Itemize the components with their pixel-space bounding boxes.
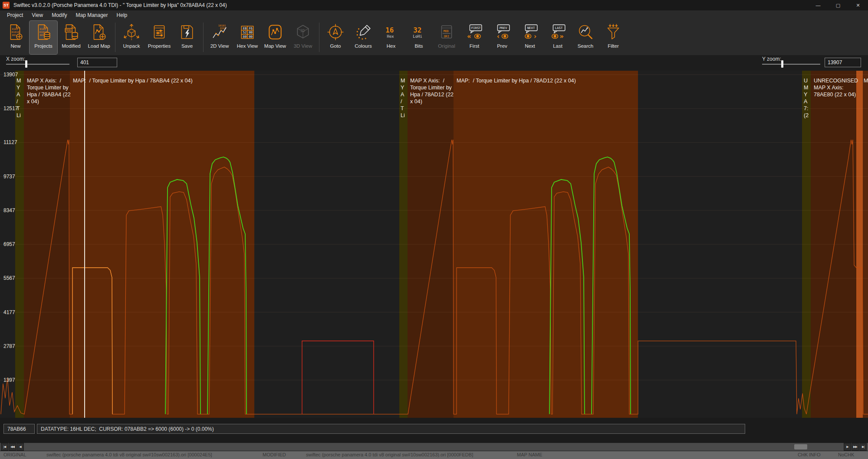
svg-text:0101: 0101 xyxy=(12,28,18,30)
svg-text:»: » xyxy=(559,32,564,40)
scrollbar-track[interactable] xyxy=(0,443,868,451)
toolbar-button-2d-view[interactable]: 1010101012D View xyxy=(206,21,233,54)
x-zoom-slider[interactable] xyxy=(6,64,69,65)
map-label-4: MAP X Axis: / Torque Limiter by Hpa / 78… xyxy=(410,77,454,105)
toolbar-label-load-map: Load Map xyxy=(88,43,110,49)
toolbar-button-load-map[interactable]: Load Map xyxy=(85,21,113,54)
toolbar-button-last[interactable]: LAST»Last xyxy=(544,21,572,54)
doc-chart-plus-icon xyxy=(90,22,108,42)
toolbar-button-first[interactable]: FIRST«First xyxy=(460,21,488,54)
toolbar-label-first: First xyxy=(470,43,479,49)
maximize-button[interactable]: ▢ xyxy=(828,0,848,10)
scroll-left-button-2[interactable]: ◀ xyxy=(16,443,24,451)
toolbar-button-bits[interactable]: 32LoHiBits xyxy=(405,21,433,54)
minimize-button[interactable]: — xyxy=(808,0,828,10)
toolbar-button-hex[interactable]: 16HexHex xyxy=(377,21,405,54)
svg-text:FIRST: FIRST xyxy=(471,26,481,30)
svg-text:MOD: MOD xyxy=(444,30,449,33)
map-2d-chart[interactable]: 1390712517111279737834769575567417727871… xyxy=(0,71,868,418)
address-box[interactable]: 78AB66 xyxy=(3,424,35,434)
scroll-right-button-2[interactable]: ▶| xyxy=(859,443,867,451)
close-button[interactable]: ✕ xyxy=(848,0,868,10)
filter-funnel-icon xyxy=(604,22,622,42)
x-zoom-slider-thumb[interactable] xyxy=(25,60,27,68)
series-modified-78ABA4-hump2 xyxy=(207,157,247,414)
toolbar-button-map-view[interactable]: Map View xyxy=(261,21,289,54)
scroll-left-button-1[interactable]: ◀◀ xyxy=(9,443,16,451)
menu-item-modify[interactable]: Modify xyxy=(47,11,71,20)
menu-item-map-manager[interactable]: Map Manager xyxy=(72,11,112,20)
toolbar-button-hex-view[interactable]: EBF652008000Hex View xyxy=(233,21,261,54)
toolbar-label-new: New xyxy=(10,43,20,49)
svg-text:01010: 01010 xyxy=(12,31,20,33)
y-zoom-slider-thumb[interactable] xyxy=(781,60,783,68)
title-bar: ST Swiftec v3.0.2.0 (Porsche Panamera 4.… xyxy=(0,0,868,10)
svg-text:›: › xyxy=(533,32,537,40)
svg-text:0101: 0101 xyxy=(40,28,46,30)
toolbar-button-properties[interactable]: Properties xyxy=(145,21,173,54)
series-cursor-map-plateau-highlight xyxy=(72,268,112,414)
toolbar-button-save[interactable]: Save xyxy=(173,21,201,54)
svg-text:52: 52 xyxy=(243,30,247,34)
toolbar-button-prev[interactable]: PREV‹Prev xyxy=(488,21,516,54)
toolbar-label-unpack: Unpack xyxy=(123,43,140,49)
y-zoom-label: Y zoom: xyxy=(762,56,781,62)
horizontal-scrollbar[interactable]: |◀◀◀◀▶▶▶▶| xyxy=(0,443,868,451)
x-zoom-input[interactable] xyxy=(77,58,117,67)
menu-item-project[interactable]: Project xyxy=(3,11,27,20)
app-icon: ST xyxy=(3,2,10,9)
scroll-left-button-0[interactable]: |◀ xyxy=(1,443,8,451)
scroll-right-button-0[interactable]: ▶ xyxy=(844,443,851,451)
toolbar-label-goto: Goto xyxy=(330,43,341,49)
text-32lohi-icon: 32LoHi xyxy=(410,22,428,42)
scroll-right-button-1[interactable]: ▶▶ xyxy=(852,443,859,451)
y-zoom-slider[interactable] xyxy=(762,64,820,65)
goto-target-icon xyxy=(326,22,345,42)
doc-plus-icon: 010101010001 xyxy=(7,22,25,42)
map-frame-icon xyxy=(266,22,284,42)
svg-text:ORI: ORI xyxy=(444,35,449,38)
curves-svg xyxy=(0,71,868,418)
original-file: swiftec (porsche panamera 4.0 tdi v8 ori… xyxy=(46,452,212,457)
toolbar-button-unpack[interactable]: Unpack xyxy=(118,21,145,54)
toolbar-button-filter[interactable]: Filter xyxy=(599,21,627,54)
y-zoom-input[interactable] xyxy=(825,58,861,67)
series-selection-rectangle xyxy=(302,341,374,414)
toolbar-button-new[interactable]: 010101010001New xyxy=(2,21,30,54)
cube-3d-icon: 3D xyxy=(294,22,312,42)
chk-info-label: CHK INFO xyxy=(798,452,821,457)
toolbar-label-next: Next xyxy=(525,43,535,49)
map-label-3: M Y A / T Li xyxy=(401,77,405,119)
toolbar-label-bits: Bits xyxy=(414,43,423,49)
window-title: Swiftec v3.0.2.0 (Porsche Panamera 4.0 T… xyxy=(13,2,227,8)
y-axis-tick-6957: 6957 xyxy=(3,241,15,247)
y-axis-tick-1397: 1397 xyxy=(3,377,15,383)
menu-item-view[interactable]: View xyxy=(27,11,47,20)
menu-bar: ProjectViewModifyMap ManagerHelp xyxy=(0,10,868,20)
y-axis-tick-8347: 8347 xyxy=(3,207,15,213)
nav-last-icon: LAST» xyxy=(549,22,567,42)
toolbar-button-colours[interactable]: Colours xyxy=(349,21,377,54)
toolbar-separator xyxy=(203,23,204,52)
map-name-label: MAP NAME xyxy=(517,452,542,457)
y-axis-tick-2787: 2787 xyxy=(3,343,15,349)
nav-prev-icon: PREV‹ xyxy=(493,22,511,42)
swiftec-window: ST Swiftec v3.0.2.0 (Porsche Panamera 4.… xyxy=(0,0,868,459)
cube-arrows-icon xyxy=(122,22,141,42)
toolbar-button-next[interactable]: NEXT›Next xyxy=(516,21,544,54)
toolbar-button-search[interactable]: Search xyxy=(572,21,599,54)
y-axis-tick-11127: 11127 xyxy=(3,139,17,145)
svg-text:Hex: Hex xyxy=(387,34,395,39)
series-original xyxy=(1,140,868,414)
chart-2d-icon: 101010101 xyxy=(210,22,229,42)
y-axis-tick-5567: 5567 xyxy=(3,275,15,281)
map-label-0: M Y A / T Li xyxy=(16,77,21,119)
toolbar-label-map-view: Map View xyxy=(264,43,286,49)
scrollbar-thumb[interactable] xyxy=(794,444,807,449)
doc-db-icon: 010101010001 xyxy=(34,22,53,42)
toolbar-button-goto[interactable]: Goto xyxy=(322,21,349,54)
menu-item-help[interactable]: Help xyxy=(112,11,132,20)
toolbar-button-projects[interactable]: 010101010001Projects xyxy=(30,21,57,54)
toolbar-button-modified[interactable]: MODModified xyxy=(57,21,85,54)
sliders-icon xyxy=(150,22,168,42)
